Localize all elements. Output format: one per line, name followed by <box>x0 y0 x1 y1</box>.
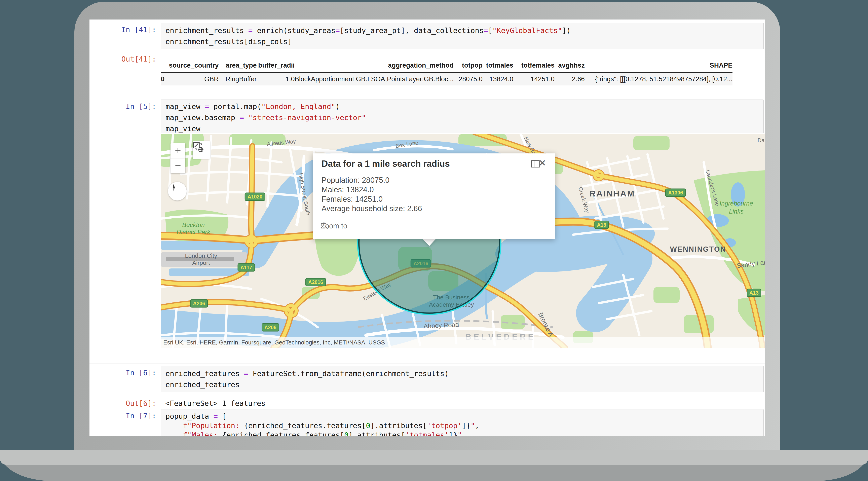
extent-swap-icon <box>193 141 204 153</box>
compass-needle-icon <box>168 182 179 193</box>
table-header-cell: totfemales <box>513 59 555 72</box>
table-header-cell: SHAPE <box>585 59 733 72</box>
zoom-in-button[interactable]: + <box>170 143 185 158</box>
dock-icon <box>531 160 540 168</box>
table-cell: 14251.0 <box>513 72 555 86</box>
map-attribution: Esri UK, Esri, HERE, Garmin, Foursquare,… <box>161 337 765 348</box>
prompt-out6: Out[6]: <box>97 399 156 408</box>
table-cell: BlockApportionment:GB.LSOA;PointsLayer:G… <box>295 72 454 86</box>
prompt-in6: In [6]: <box>97 369 156 377</box>
map-label: RAINHAM <box>590 189 635 198</box>
table-header-cell: totmales <box>483 59 513 72</box>
popup-avg-household: Average household size: 2.66 <box>321 204 422 213</box>
code-cell-in41[interactable]: enrichment_results = enrich(study_areas=… <box>161 23 764 49</box>
prompt-in5: In [5]: <box>97 102 156 111</box>
zoom-to-icon <box>321 222 329 230</box>
cell-divider <box>90 97 765 97</box>
road-badge: A206 <box>191 300 208 307</box>
prompt-in7: In [7]: <box>97 412 156 420</box>
table-header-cell: source_country <box>169 59 219 72</box>
code-line: map_view = portal.map("London, England") <box>165 101 759 112</box>
code-line: enrichment_results = enrich(study_areas=… <box>165 25 759 36</box>
code-line: enriched_features = FeatureSet.from_data… <box>165 368 759 379</box>
prompt-out41: Out[41]: <box>97 55 156 63</box>
table-cell: 2.66 <box>555 72 585 86</box>
code-cell-in5[interactable]: map_view = portal.map("London, England")… <box>161 99 764 133</box>
map-view[interactable]: A1306A13A13A2016A2016A117A1020A206A206RA… <box>161 134 765 348</box>
road-badge: A206 <box>262 324 279 331</box>
cell-divider <box>90 364 765 364</box>
road-badge: A13 <box>595 221 609 229</box>
prompt-in41: In [41]: <box>97 26 156 34</box>
svg-text:A13: A13 <box>749 290 758 296</box>
code-line: map_view.basemap = "streets-navigation-v… <box>165 112 759 123</box>
road-badge: A117 <box>238 264 255 271</box>
popup-title: Data for a 1 mile search radius <box>321 159 450 169</box>
zoom-control: + − <box>170 143 185 173</box>
map-label: Da <box>757 137 765 143</box>
popup-close-button[interactable]: ✕ <box>539 159 546 167</box>
zoom-out-button[interactable]: − <box>170 158 185 173</box>
map-label: District Park <box>177 229 211 236</box>
road-badge: A1020 <box>245 193 265 201</box>
laptop-base-lip <box>0 450 868 465</box>
table-cell: {"rings": [[[0.1278, 51.5218498757284], … <box>585 72 733 86</box>
svg-text:A2016: A2016 <box>308 279 323 285</box>
table-cell: 13824.0 <box>483 72 513 86</box>
table-header-cell: avghhsz <box>555 59 585 72</box>
map-label: Airport <box>192 260 210 266</box>
popup-population: Population: 28075.0 <box>321 176 390 185</box>
notebook-screen: In [41]: enrichment_results = enrich(stu… <box>90 20 765 436</box>
code-cell-in6[interactable]: enriched_features = FeatureSet.from_data… <box>161 366 764 392</box>
compass-button[interactable] <box>168 182 187 201</box>
table-header-cell: totpop <box>454 59 483 72</box>
table-header-cell: aggregation_method <box>295 59 454 72</box>
zoom-to-button[interactable]: Zoom to <box>321 222 347 230</box>
table-header-cell: area_type <box>219 59 257 72</box>
map-label: Beckton <box>182 221 205 229</box>
table-index-header <box>161 59 169 72</box>
table-cell: 1.0 <box>257 72 295 86</box>
table-cell: 28075.0 <box>454 72 483 86</box>
code-cell-in7[interactable]: popup_data = [ f"Population: {enriched_f… <box>161 409 764 436</box>
table-cell: RingBuffer <box>219 72 257 86</box>
map-label: WENNINGTON <box>670 245 726 253</box>
svg-text:A117: A117 <box>241 265 252 270</box>
map-label: Ingrebourne <box>719 200 753 207</box>
svg-text:A13: A13 <box>597 222 606 228</box>
road-badge: A13 <box>747 289 761 297</box>
popup-males: Males: 13824.0 <box>321 185 374 194</box>
extent-button[interactable] <box>193 141 210 159</box>
table-cell: GBR <box>169 72 219 86</box>
code-line: enriched_features <box>165 379 759 390</box>
featureset-output: <FeatureSet> 1 features <box>165 399 266 408</box>
code-line: map_view <box>165 123 759 134</box>
map-popup: Data for a 1 mile search radius ✕ Popula… <box>313 153 555 239</box>
road-badge: A2016 <box>306 278 326 286</box>
svg-text:A1306: A1306 <box>668 190 683 196</box>
road-badge: A1306 <box>665 189 686 197</box>
popup-females: Females: 14251.0 <box>321 195 383 204</box>
map-label: Links <box>729 208 744 215</box>
table-index-cell: 0 <box>161 72 169 86</box>
code-line: enrichment_results[disp_cols] <box>165 36 759 47</box>
code-line: popup_data = [ <box>165 412 759 421</box>
popup-pointer <box>423 239 436 246</box>
map-label: London City <box>185 252 217 259</box>
svg-text:A206: A206 <box>265 325 276 330</box>
dataframe-table: source_countryarea_typebuffer_radiiaggre… <box>161 59 733 86</box>
table-row: 0GBRRingBuffer1.0BlockApportionment:GB.L… <box>161 72 733 86</box>
code-line: f"Population: {enriched_features.feature… <box>165 421 759 430</box>
svg-text:A206: A206 <box>193 301 205 306</box>
code-line: f"Males: {enriched_features.features[0].… <box>165 430 759 436</box>
dataframe-output: source_countryarea_typebuffer_radiiaggre… <box>161 59 733 86</box>
svg-text:A1020: A1020 <box>248 194 262 200</box>
table-header-cell: buffer_radii <box>257 59 295 72</box>
